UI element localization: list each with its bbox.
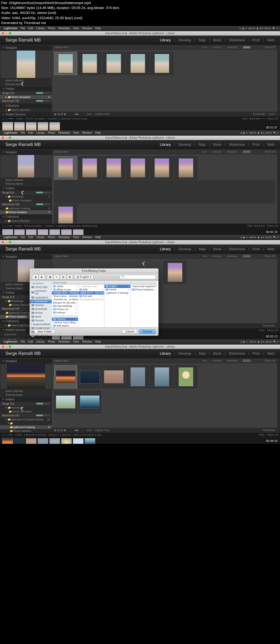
folder-row[interactable]: 📁 Church Jerusalem bbox=[0, 199, 52, 202]
module-map[interactable]: Map bbox=[199, 38, 206, 42]
grid-cell[interactable] bbox=[54, 156, 77, 179]
grid-cell[interactable] bbox=[126, 365, 149, 388]
filmstrip-thumb[interactable] bbox=[14, 122, 25, 131]
zoom-button[interactable] bbox=[9, 32, 11, 34]
view-list-button[interactable]: ≡ bbox=[53, 275, 60, 279]
dialog-titlebar: Find Missing Folder bbox=[30, 269, 158, 273]
back-button[interactable]: ◀ bbox=[32, 275, 39, 279]
choose-button[interactable]: Choose bbox=[139, 329, 156, 334]
sidebar-item[interactable]: Desktop bbox=[30, 303, 52, 307]
grid-cell[interactable] bbox=[150, 156, 173, 179]
folder-selected[interactable]: ▸ 📁 Church Jerusalem5 bbox=[0, 95, 52, 99]
left-panel[interactable]: ▼Navigator Quick Collection Previous Imp… bbox=[0, 45, 52, 116]
video-timestamp: 00:01:07 bbox=[265, 126, 278, 129]
find-missing-folder-dialog[interactable]: Find Missing Folder ◀▶ ▦≡▥▤ English▾ 🔍 F… bbox=[30, 268, 159, 336]
module-web[interactable]: Web bbox=[267, 38, 275, 42]
grid-cell[interactable] bbox=[126, 52, 149, 75]
folder-row[interactable]: 📁 Lightroom 5 training8 bbox=[0, 206, 52, 210]
filmstrip[interactable] bbox=[0, 121, 280, 132]
sidebar-item[interactable]: Downloads bbox=[30, 307, 52, 311]
filmstrip-thumb[interactable] bbox=[37, 122, 48, 131]
grid-cell[interactable] bbox=[54, 365, 77, 388]
module-print[interactable]: Print bbox=[252, 38, 260, 42]
view-column-button[interactable]: ▥ bbox=[60, 275, 66, 279]
module-book[interactable]: Book bbox=[213, 38, 221, 42]
folder-selected[interactable]: 📁 Photos Deadsea7 bbox=[0, 210, 52, 214]
catalog-quick[interactable]: Quick Collection bbox=[0, 78, 52, 82]
screenshot-4: Lightroom FileEditLibraryPhotoMetadataVi… bbox=[0, 339, 280, 443]
minimize-button[interactable] bbox=[5, 32, 8, 34]
grid-toolbar[interactable]: ▦ ▤ ▥ ▣◀ ▶ Sort:Capture Time Thumbnails━… bbox=[52, 112, 277, 116]
sidebar-item[interactable]: Music bbox=[30, 315, 52, 319]
navigator-header[interactable]: ▼Navigator bbox=[0, 45, 52, 50]
finder-column-1[interactable]: Shared Folder Adobe▸ affliate to pay▸ De… bbox=[52, 281, 78, 327]
forward-button[interactable]: ▶ bbox=[39, 275, 45, 279]
sidebar-item[interactable]: All My Files bbox=[30, 285, 52, 289]
finder-column-4[interactable]: Import and Organize Files▸ Photos Deadse… bbox=[131, 281, 157, 327]
grid-cell[interactable] bbox=[102, 365, 125, 388]
grid-cell[interactable] bbox=[102, 52, 125, 75]
sidebar-item[interactable]: Applications bbox=[30, 296, 52, 299]
drive-row[interactable]: Serge Ext bbox=[0, 91, 52, 95]
folders-header[interactable]: ▼Folders bbox=[0, 86, 52, 91]
grid-cell[interactable] bbox=[78, 365, 101, 388]
grid-cell[interactable] bbox=[174, 156, 197, 179]
grid-cell[interactable] bbox=[174, 365, 197, 388]
library-filter[interactable]: Library Filter: Text Attribute Metadata … bbox=[52, 45, 277, 50]
module-slideshow[interactable]: Slideshow bbox=[229, 38, 245, 42]
sidebar-item[interactable]: Mike Brown bbox=[30, 334, 52, 338]
collections-header[interactable]: ▼Collections bbox=[0, 103, 52, 108]
search-input[interactable]: 🔍 bbox=[119, 275, 156, 279]
sidebar-item[interactable]: Macintosh HD bbox=[30, 289, 52, 296]
grid-cell[interactable] bbox=[150, 52, 173, 75]
sidebar-item[interactable]: Pictures bbox=[30, 319, 52, 322]
sidebar-item-selected[interactable]: Documents bbox=[30, 299, 52, 303]
grid-cell[interactable] bbox=[54, 391, 77, 413]
module-picker[interactable]: Library| Develop| Map| Book| Slideshow| … bbox=[160, 38, 275, 42]
identity-plate: Serge Ramelli MB bbox=[5, 38, 41, 43]
cancel-button[interactable]: Cancel bbox=[122, 329, 137, 334]
grid-cell[interactable] bbox=[78, 391, 101, 413]
module-library[interactable]: Library bbox=[160, 38, 171, 42]
grid-cell[interactable] bbox=[102, 156, 125, 179]
grid-cell[interactable] bbox=[150, 365, 173, 388]
finder-column-3[interactable]: English▸ French▸ Lightroom 5 training▸ bbox=[104, 281, 131, 327]
folder-row[interactable]: ▾ 📁 PhotoSerge5 bbox=[0, 195, 52, 199]
grid-cell[interactable] bbox=[78, 156, 101, 179]
new-folder-button[interactable]: New Folder bbox=[34, 329, 55, 334]
grid-cell[interactable] bbox=[126, 156, 149, 179]
catalog-previous[interactable]: Previous Import bbox=[0, 82, 52, 86]
filmstrip-thumb[interactable] bbox=[2, 122, 13, 131]
smart-collections[interactable]: ▸ 📁 Smart Collections bbox=[0, 108, 52, 112]
module-develop[interactable]: Develop bbox=[178, 38, 191, 42]
filmstrip-info: ▢ ▢ ━●━━ Folder : Church Jerusalem 5 pho… bbox=[0, 116, 280, 121]
screenshot-1: Lightroom File Edit Library Photo Metada… bbox=[0, 26, 280, 130]
mac-menubar[interactable]: Lightroom File Edit Library Photo Metada… bbox=[0, 26, 280, 31]
filmstrip-thumb[interactable] bbox=[49, 122, 60, 131]
screenshot-3: Lightroom FileEditLibraryPhotoMetadataVi… bbox=[0, 235, 280, 339]
sidebar-item[interactable]: sergeramelliMB bbox=[30, 322, 52, 326]
wifi-icon[interactable]: ⊙ ◐ ≡ bbox=[239, 27, 246, 30]
app-menu[interactable]: Lightroom bbox=[4, 27, 17, 30]
screenshot-2: Lightroom FileEditLibraryPhotoMetadataVi… bbox=[0, 130, 280, 234]
spotlight-icon[interactable]: 🔍 bbox=[272, 27, 275, 30]
grid-cell[interactable] bbox=[78, 52, 101, 75]
file-metadata: File: 02lightroom5vol1import04of19movefo… bbox=[0, 0, 280, 26]
view-icon-button[interactable]: ▦ bbox=[47, 275, 53, 279]
window-titlebar: ImportVideos.lrcat - Adobe Photoshop Lig… bbox=[0, 31, 280, 36]
close-button[interactable] bbox=[2, 32, 4, 34]
finder-sidebar[interactable]: FAVORITES All My Files Macintosh HD Appl… bbox=[30, 281, 52, 327]
drive-row[interactable]: Macintosh HD bbox=[0, 99, 52, 103]
navigator-preview[interactable] bbox=[1, 51, 51, 78]
path-dropdown[interactable]: English▾ bbox=[75, 275, 93, 279]
view-cover-button[interactable]: ▤ bbox=[66, 275, 73, 279]
grid-cell[interactable] bbox=[54, 52, 77, 75]
filmstrip-thumb[interactable] bbox=[26, 122, 37, 131]
sidebar-item[interactable]: Movies bbox=[30, 311, 52, 315]
finder-column-2[interactable]: 0_Interview.mp4 JMB▸ Lightroom 5…lete tr… bbox=[78, 281, 104, 327]
grid-view[interactable] bbox=[52, 50, 277, 112]
grid-cell[interactable] bbox=[54, 180, 275, 203]
